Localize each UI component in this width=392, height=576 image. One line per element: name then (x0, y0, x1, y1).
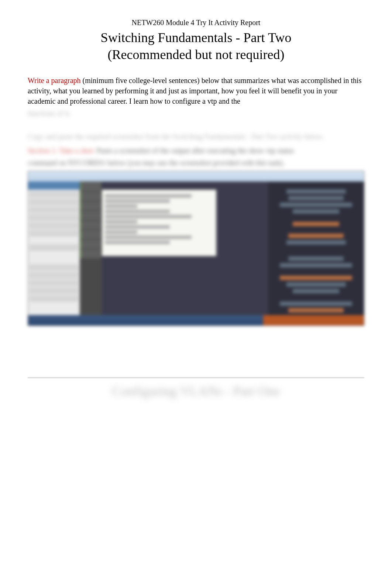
left-panel-item (30, 207, 78, 213)
embedded-screenshot (28, 171, 364, 326)
terminal-window (102, 190, 216, 256)
section-1-body2: command on NYCORE01 below (you may use t… (28, 159, 364, 167)
terminal-output-line (105, 225, 170, 229)
left-panel-item (30, 230, 78, 237)
screenshot-taskbar (28, 315, 364, 325)
left-panel-item (30, 264, 78, 271)
left-panel-item (30, 244, 78, 251)
page-subtitle: (Recommended but not required) (28, 47, 364, 62)
info-text-line (288, 256, 344, 261)
terminal-output-line (105, 230, 137, 234)
info-text-line (286, 189, 346, 194)
left-panel-item (30, 272, 78, 279)
screenshot-titlebar (28, 171, 364, 182)
blurred-instruction-tail: functions of it. (28, 109, 364, 118)
terminal-tab (80, 249, 101, 258)
info-text-line (293, 209, 340, 214)
terminal-tab (80, 230, 101, 239)
copy-paste-instruction: Copy and paste the required screenshot f… (28, 132, 364, 141)
info-text-line (280, 263, 352, 268)
terminal-tab (80, 192, 101, 201)
info-text-line (280, 203, 352, 207)
info-text-line (288, 308, 344, 313)
terminal-tab (80, 221, 101, 230)
terminal-output-line (105, 199, 170, 203)
terminal-output-line (105, 235, 192, 239)
info-text-line (280, 276, 352, 280)
page-title: Switching Fundamentals - Part Two (28, 30, 364, 45)
terminal-tab (80, 201, 101, 210)
terminal-tab (80, 240, 101, 249)
info-text-line (288, 196, 344, 200)
section-action: Take a shot: (59, 146, 94, 155)
terminal-tabs (80, 182, 102, 315)
left-panel-item (30, 214, 78, 221)
section-divider (28, 377, 364, 378)
left-panel-item (30, 295, 78, 302)
section-prefix: Section 1: (28, 146, 58, 155)
left-panel-header (28, 182, 80, 190)
terminal-output-line (105, 215, 192, 218)
section-body: Paste a screenshot of the output after e… (97, 146, 294, 155)
right-info-panel (268, 182, 364, 315)
terminal-output-line (105, 220, 137, 224)
instruction-paragraph: Write a paragraph (minimum five college-… (28, 75, 364, 106)
course-header: NETW260 Module 4 Try It Activity Report (28, 18, 364, 27)
terminal-tab (80, 211, 101, 220)
left-panel-item (30, 280, 78, 286)
left-panel-item (30, 199, 78, 206)
terminal-output-line (105, 210, 170, 213)
left-panel-item (30, 287, 78, 294)
left-panel-item (30, 222, 78, 229)
terminal-output-line (105, 241, 170, 244)
info-text-line (293, 289, 340, 293)
info-text-line (286, 240, 346, 245)
screenshot-left-panel (28, 182, 80, 315)
next-section-heading: Configuring VLANs - Part One (28, 383, 364, 399)
terminal-tab (80, 182, 101, 191)
info-text-line (293, 222, 340, 226)
write-paragraph-label: Write a paragraph (28, 76, 81, 84)
info-text-line (286, 282, 346, 287)
info-text-line (288, 234, 344, 238)
info-text-line (280, 301, 352, 306)
left-panel-item (30, 191, 78, 198)
terminal-output-line (105, 194, 192, 198)
section-1-label: Section 1: Take a shot: Paste a screensh… (28, 146, 364, 155)
terminal-output-line (105, 204, 137, 208)
